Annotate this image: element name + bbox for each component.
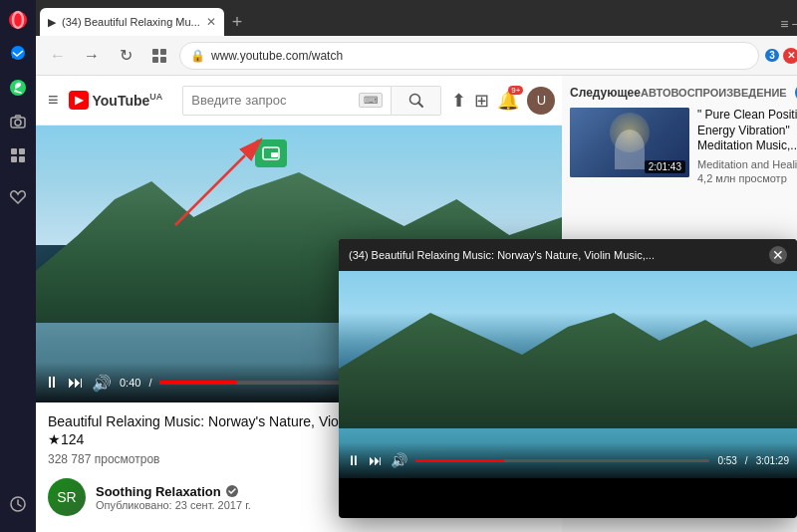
channel-avatar[interactable]: SR [48, 478, 86, 516]
nav-right-controls: 3 ✕ [765, 42, 797, 70]
yt-notifications-icon[interactable]: 🔔 9+ [497, 90, 519, 112]
pip-pause-button[interactable]: ⏸ [347, 452, 361, 468]
opera-sidebar [0, 0, 36, 532]
next-video-card[interactable]: 2:01:43 " Pure Clean Positive Energy Vib… [570, 108, 797, 184]
back-button[interactable]: ← [44, 42, 72, 70]
current-time: 0:40 [120, 377, 140, 389]
navigation-bar: ← → ↻ 🔒 www.youtube.com/watch 3 ✕ [36, 36, 797, 76]
pip-button[interactable] [255, 139, 287, 167]
new-tab-button[interactable]: + [224, 8, 251, 36]
pip-close-button[interactable]: ✕ [769, 246, 787, 264]
clock-icon[interactable] [2, 488, 34, 520]
pip-current-time: 0:53 [717, 455, 736, 466]
svg-point-0 [9, 11, 27, 29]
yt-search-bar: ⌨ [182, 86, 392, 116]
next-label-text: Следующее [570, 86, 641, 100]
next-video-channel: Meditation and Healing [697, 158, 797, 170]
next-video-views: 4,2 млн просмотр [697, 172, 797, 184]
camera-icon[interactable] [2, 106, 34, 137]
yt-header-right: ⬆ ⊞ 🔔 9+ U [451, 87, 555, 115]
reload-button[interactable]: ↻ [112, 42, 139, 70]
yt-menu-icon[interactable]: ≡ [48, 90, 59, 111]
next-video-duration: 2:01:43 [645, 160, 685, 173]
svg-rect-14 [160, 57, 166, 63]
yt-user-avatar[interactable]: U [527, 87, 555, 115]
pip-next-button[interactable]: ⏭ [369, 452, 383, 468]
pip-progress-fill [415, 459, 504, 462]
pip-video-area: ⏸ ⏭ 🔊 0:53 / 3:01:29 [339, 271, 797, 478]
tab-bar-controls: ≡ ─ □ ✕ [780, 16, 797, 36]
tab-bar-menu-icon[interactable]: ≡ [780, 16, 788, 32]
view-count: 328 787 просмотров [48, 452, 159, 466]
keyboard-shortcut-badge: ⌨ [359, 93, 383, 108]
yt-search-input[interactable] [191, 93, 359, 108]
next-button[interactable]: ⏭ [68, 374, 84, 392]
pip-window: (34) Beautiful Relaxing Music: Norway's … [339, 239, 797, 518]
whatsapp-icon[interactable] [2, 72, 34, 104]
next-video-info: " Pure Clean Positive Energy Vibration" … [697, 108, 797, 184]
svg-rect-9 [19, 156, 25, 162]
yt-apps-icon[interactable]: ⊞ [474, 90, 489, 112]
yt-search-button[interactable] [392, 86, 441, 116]
forward-button[interactable]: → [78, 42, 106, 70]
address-bar[interactable]: 🔒 www.youtube.com/watch [179, 42, 759, 70]
verified-icon [225, 484, 239, 498]
apps-grid-icon[interactable] [2, 139, 34, 171]
opera-logo-icon[interactable] [2, 4, 34, 36]
heart-icon[interactable] [2, 181, 34, 213]
progress-fill [159, 381, 236, 385]
svg-point-5 [15, 120, 21, 126]
url-text: www.youtube.com/watch [211, 49, 748, 63]
pip-progress-bar[interactable] [415, 459, 709, 462]
yt-logo[interactable]: ▶ YouTubeUA [69, 91, 163, 110]
tab-favicon: ▶ [48, 16, 56, 29]
yt-upload-icon[interactable]: ⬆ [451, 90, 466, 112]
yt-header: ≡ ▶ YouTubeUA ⌨ ⬆ ⊞ [36, 76, 562, 126]
grid-button[interactable] [145, 42, 173, 70]
svg-rect-7 [19, 148, 25, 154]
pip-total-time: 3:01:29 [756, 455, 789, 466]
svg-rect-8 [11, 156, 17, 162]
svg-rect-12 [160, 49, 166, 55]
minimize-button[interactable]: ─ [792, 16, 797, 32]
active-tab[interactable]: ▶ (34) Beautiful Relaxing Mu... ✕ [40, 8, 224, 36]
yt-logo-icon: ▶ [69, 91, 89, 110]
pip-title-text: (34) Beautiful Relaxing Music: Norway's … [349, 249, 763, 261]
volume-button[interactable]: 🔊 [92, 374, 112, 393]
autoplay-control: АВТОВОСПРОИЗВЕДЕНИЕ [641, 84, 797, 102]
next-section-header: Следующее АВТОВОСПРОИЗВЕДЕНИЕ [570, 84, 797, 102]
pip-title-bar: (34) Beautiful Relaxing Music: Norway's … [339, 239, 797, 271]
notification-badge[interactable]: 3 [765, 49, 779, 62]
thumb-person [615, 130, 645, 169]
ssl-lock-icon: 🔒 [190, 49, 205, 63]
tab-bar: ▶ (34) Beautiful Relaxing Mu... ✕ + ≡ ─ … [36, 0, 797, 36]
yt-search-container: ⌨ [182, 86, 441, 116]
tab-close-button[interactable]: ✕ [206, 15, 216, 29]
svg-rect-6 [11, 148, 17, 154]
pip-controls: ⏸ ⏭ 🔊 0:53 / 3:01:29 [339, 442, 797, 478]
pip-time-sep: / [745, 455, 748, 466]
pip-volume-button[interactable]: 🔊 [391, 452, 407, 468]
svg-line-16 [418, 103, 422, 107]
pause-button[interactable]: ⏸ [44, 374, 60, 392]
close-notification-button[interactable]: ✕ [783, 48, 797, 64]
next-video-title: " Pure Clean Positive Energy Vibration" … [697, 108, 797, 154]
svg-rect-11 [152, 49, 158, 55]
autoplay-label: АВТОВОСПРОИЗВЕДЕНИЕ [641, 87, 787, 99]
messenger-icon[interactable] [2, 38, 34, 70]
tab-title: (34) Beautiful Relaxing Mu... [62, 16, 200, 28]
yt-logo-text: YouTubeUA [93, 92, 163, 109]
svg-rect-13 [152, 57, 158, 63]
pip-mountains [339, 299, 797, 438]
svg-rect-18 [271, 152, 278, 157]
next-video-thumbnail: 2:01:43 [570, 108, 689, 177]
time-separator: / [148, 377, 151, 389]
